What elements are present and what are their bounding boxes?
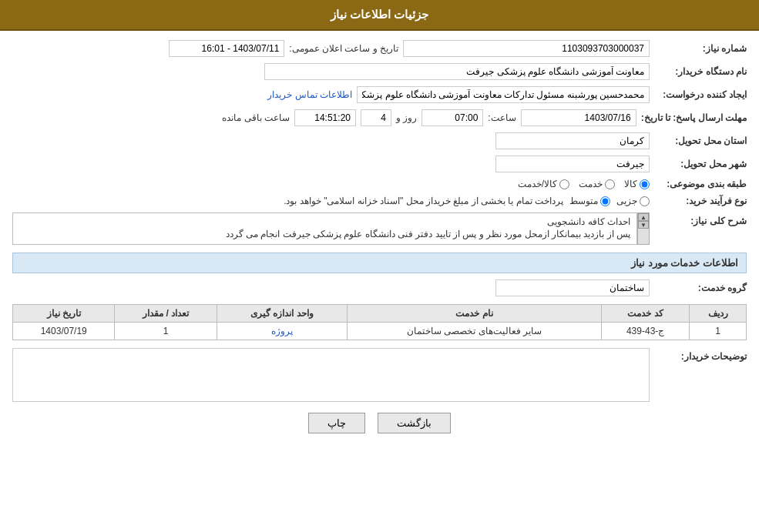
creator-input[interactable]: [357, 86, 650, 103]
row-creator: ایجاد کننده درخواست: اطلاعات تماس خریدار: [12, 86, 747, 103]
purchase-type-note: پرداخت تمام یا بخشی از مبلغ خریداز محل "…: [284, 196, 563, 206]
need-number-label: شماره نیاز:: [654, 43, 747, 54]
category-radio-group: کالا خدمت کالا/خدمت: [518, 179, 650, 189]
services-section-title: اطلاعات خدمات مورد نیاز: [12, 253, 747, 273]
table-cell-code: ج-43-439: [602, 323, 690, 340]
province-input[interactable]: [495, 132, 650, 149]
announcement-date-label: تاریخ و ساعت اعلان عمومی:: [289, 43, 398, 54]
description-container: ▲ ▼ احداث کافه دانشجویی پس از بازدید بیم…: [12, 212, 650, 245]
content-area: شماره نیاز: تاریخ و ساعت اعلان عمومی: نا…: [0, 31, 759, 450]
notes-label: توضیحات خریدار:: [654, 348, 747, 362]
service-group-label: گروه خدمت:: [654, 283, 747, 293]
description-scrollbar: ▲ ▼: [637, 212, 650, 245]
table-row: 1ج-43-439سایر فعالیت‌های تخصصی ساختمانپر…: [13, 323, 747, 340]
table-cell-unit: پروژه: [217, 323, 348, 340]
category-khedmat-label: خدمت: [579, 179, 603, 189]
col-date-header: تاریخ نیاز: [13, 305, 115, 323]
back-button[interactable]: بازگشت: [378, 413, 451, 433]
col-unit-header: واحد اندازه گیری: [217, 305, 348, 323]
page-header: جزئیات اطلاعات نیاز: [0, 0, 759, 31]
category-kala-khedmat-item: کالا/خدمت: [518, 179, 569, 189]
table-cell-name: سایر فعالیت‌های تخصصی ساختمان: [348, 323, 602, 340]
notes-textarea[interactable]: [12, 348, 650, 402]
deadline-days-label: روز و: [396, 112, 417, 123]
category-kala-khedmat-radio[interactable]: [559, 179, 569, 189]
description-line1: احداث کافه دانشجویی: [19, 216, 630, 227]
contact-link[interactable]: اطلاعات تماس خریدار: [267, 89, 352, 100]
announcement-date-input[interactable]: [169, 40, 284, 57]
services-table: ردیف کد خدمت نام خدمت واحد اندازه گیری ت…: [12, 304, 747, 340]
row-category: طبقه بندی موضوعی: کالا خدمت کالا/خدمت: [12, 179, 747, 189]
print-button[interactable]: چاپ: [308, 413, 365, 433]
description-line2: پس از بازدید بیمانکار ازمحل مورد نظر و پ…: [19, 229, 630, 239]
purchase-type-joz-item: جزیی: [616, 196, 650, 206]
notes-row: توضیحات خریدار:: [12, 348, 747, 402]
row-buyer-org: نام دستگاه خریدار:: [12, 63, 747, 80]
col-row-header: ردیف: [690, 305, 747, 323]
footer-buttons: بازگشت چاپ: [12, 413, 747, 433]
category-kala-radio[interactable]: [640, 179, 650, 189]
col-name-header: نام خدمت: [348, 305, 602, 323]
table-cell-qty: 1: [115, 323, 217, 340]
purchase-type-mota-radio[interactable]: [600, 196, 610, 206]
scroll-up-arrow[interactable]: ▲: [638, 213, 649, 221]
city-input[interactable]: [495, 156, 650, 172]
deadline-date-input[interactable]: [521, 109, 636, 126]
page-wrapper: جزئیات اطلاعات نیاز شماره نیاز: تاریخ و …: [0, 0, 759, 532]
table-cell-date: 1403/07/19: [13, 323, 115, 340]
category-kala-label: کالا: [624, 179, 637, 189]
service-group-input[interactable]: [495, 279, 650, 296]
deadline-time-label: ساعت:: [488, 112, 516, 123]
category-khedmat-radio[interactable]: [605, 179, 615, 189]
purchase-type-mota-label: متوسط: [569, 196, 598, 206]
row-province: استان محل تحویل:: [12, 132, 747, 149]
purchase-type-label: نوع فرآیند خرید:: [654, 196, 747, 206]
deadline-time-input[interactable]: [421, 109, 483, 126]
buyer-org-label: نام دستگاه خریدار:: [654, 66, 747, 77]
deadline-label: مهلت ارسال پاسخ: تا تاریخ:: [641, 112, 747, 123]
scroll-down-arrow[interactable]: ▼: [638, 221, 649, 229]
purchase-type-options: جزیی متوسط پرداخت تمام یا بخشی از مبلغ خ…: [284, 196, 650, 206]
city-label: شهر محل تحویل:: [654, 159, 747, 169]
purchase-type-joz-radio[interactable]: [640, 196, 650, 206]
province-label: استان محل تحویل:: [654, 136, 747, 146]
need-number-input[interactable]: [403, 40, 650, 57]
description-content: احداث کافه دانشجویی پس از بازدید بیمانکا…: [12, 212, 637, 245]
description-label: شرح کلی نیاز:: [654, 212, 747, 226]
row-need-number: شماره نیاز: تاریخ و ساعت اعلان عمومی:: [12, 40, 747, 57]
category-kala-item: کالا: [624, 179, 650, 189]
row-purchase-type: نوع فرآیند خرید: جزیی متوسط پرداخت تمام …: [12, 196, 747, 206]
deadline-remaining-label: ساعت باقی مانده: [222, 112, 290, 123]
deadline-days-input[interactable]: [361, 109, 391, 126]
category-kala-khedmat-label: کالا/خدمت: [518, 179, 557, 189]
page-title: جزئیات اطلاعات نیاز: [331, 8, 428, 21]
row-service-group: گروه خدمت:: [12, 279, 747, 296]
table-cell-row: 1: [690, 323, 747, 340]
services-table-section: ردیف کد خدمت نام خدمت واحد اندازه گیری ت…: [12, 304, 747, 340]
category-label: طبقه بندی موضوعی:: [654, 179, 747, 189]
row-description: شرح کلی نیاز: ▲ ▼ احداث کافه دانشجویی پس…: [12, 212, 747, 245]
creator-label: ایجاد کننده درخواست:: [654, 89, 747, 100]
row-city: شهر محل تحویل:: [12, 156, 747, 172]
buyer-org-input[interactable]: [264, 63, 650, 80]
deadline-seconds-input[interactable]: [294, 109, 356, 126]
purchase-type-joz-label: جزیی: [616, 196, 637, 206]
col-qty-header: تعداد / مقدار: [115, 305, 217, 323]
row-deadline: مهلت ارسال پاسخ: تا تاریخ: ساعت: روز و س…: [12, 109, 747, 126]
col-code-header: کد خدمت: [602, 305, 690, 323]
category-khedmat-item: خدمت: [579, 179, 615, 189]
purchase-type-mota-item: متوسط: [569, 196, 610, 206]
